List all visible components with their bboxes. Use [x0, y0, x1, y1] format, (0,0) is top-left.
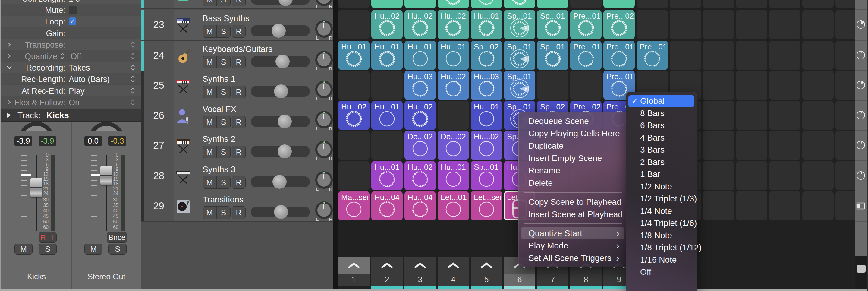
empty-cell-slot[interactable]: [438, 101, 469, 130]
volume-slider-thumb[interactable]: [276, 55, 290, 68]
pan-knob-icon[interactable]: [88, 122, 124, 131]
loop-cell[interactable]: Sp...01: [537, 10, 568, 39]
empty-cell-slot[interactable]: [835, 130, 855, 160]
scene-number-cell[interactable]: 7: [537, 273, 568, 286]
submenu-item[interactable]: 1/4 Triplet (1/6): [628, 217, 694, 229]
loop-cell[interactable]: Hu...02: [404, 161, 436, 190]
loop-cell[interactable]: Hu...03: [471, 70, 502, 100]
loop-cell[interactable]: Hu...01: [471, 10, 502, 39]
loop-cell[interactable]: [504, 0, 535, 8]
inspector-row[interactable]: Rec-Length:Auto (Bars): [1, 73, 141, 84]
empty-cell-slot[interactable]: [371, 130, 403, 160]
empty-cell-slot[interactable]: [769, 10, 801, 39]
submenu-item[interactable]: Global✓: [628, 95, 694, 107]
bounce-button[interactable]: Bnce: [107, 232, 127, 243]
track-row[interactable]: 28Synths 3MSRLR: [141, 161, 333, 192]
inspector-value[interactable]: Takes: [69, 63, 90, 73]
loop-cell[interactable]: Ma...ser: [338, 191, 370, 221]
inspector-row[interactable]: Transpose:: [1, 39, 141, 50]
scene-trigger-cell[interactable]: [371, 257, 403, 273]
submenu-item[interactable]: 1/8 Note: [628, 230, 694, 241]
inspector-row[interactable]: Gain:: [1, 27, 141, 38]
empty-cell-slot[interactable]: [703, 0, 734, 8]
record-button[interactable]: R: [232, 0, 246, 6]
record-button[interactable]: R: [232, 116, 246, 128]
gain-value[interactable]: -0.3: [108, 136, 126, 146]
solo-button[interactable]: S: [216, 116, 230, 128]
loop-cell[interactable]: Hu...04: [371, 191, 403, 221]
track-row[interactable]: 29TransitionsMSRLR: [141, 191, 333, 222]
scrollbar-corner-widget[interactable]: [857, 265, 866, 272]
volume-slider-thumb[interactable]: [274, 84, 288, 98]
submenu-item[interactable]: 1/8 Triplet (1/12): [628, 242, 694, 254]
loop-cell[interactable]: Hu...02: [438, 70, 469, 100]
empty-cell-slot[interactable]: [703, 161, 734, 190]
context-menu-item[interactable]: Copy Scene to Playhead: [521, 196, 624, 208]
solo-button[interactable]: S: [216, 207, 230, 219]
empty-cell-slot[interactable]: [736, 10, 767, 39]
loop-cell[interactable]: Pre...01: [570, 41, 601, 70]
loop-cell[interactable]: [537, 0, 568, 8]
empty-cell-slot[interactable]: [769, 130, 801, 160]
solo-button[interactable]: S: [108, 244, 127, 255]
empty-cell-slot[interactable]: [338, 70, 370, 100]
context-menu-item[interactable]: Set All Scene Triggers›: [521, 252, 624, 264]
empty-cell-slot[interactable]: [835, 191, 855, 221]
loop-cell[interactable]: [471, 0, 502, 8]
scene-trigger-cell[interactable]: [471, 257, 502, 273]
empty-cell-slot[interactable]: [703, 41, 734, 70]
loop-cell[interactable]: Pre...02: [603, 10, 635, 39]
submenu-item[interactable]: 4 Bars: [628, 132, 694, 144]
empty-cell-slot[interactable]: [802, 70, 834, 100]
solo-button[interactable]: S: [216, 25, 230, 37]
solo-button[interactable]: S: [216, 176, 230, 188]
context-menu-item[interactable]: Copy Playing Cells Here: [521, 127, 624, 140]
mute-button[interactable]: M: [203, 146, 216, 158]
empty-cell-slot[interactable]: [769, 161, 801, 190]
loop-cell[interactable]: Hu...02: [371, 10, 403, 39]
volume-slider-thumb[interactable]: [273, 175, 287, 189]
track-row[interactable]: 23Bass SynthsMSRLR: [141, 10, 333, 41]
loop-cell[interactable]: De...02: [404, 130, 436, 160]
checkbox-checked[interactable]: ✓: [69, 18, 76, 25]
track-row[interactable]: 27Synths 2MSRLR: [141, 130, 333, 162]
loop-cell[interactable]: Hu...03: [404, 70, 436, 100]
inspector-value[interactable]: On: [69, 98, 80, 107]
empty-cell-slot[interactable]: [736, 101, 767, 130]
loop-cell[interactable]: Sp...01: [504, 70, 535, 100]
submenu-item[interactable]: 1 Bar: [628, 169, 694, 180]
empty-cell-slot[interactable]: [802, 161, 834, 190]
mute-button[interactable]: M: [203, 56, 216, 68]
empty-cell-slot[interactable]: [736, 41, 767, 70]
inspector-row[interactable]: Mute:: [1, 4, 141, 16]
mute-button[interactable]: M: [203, 25, 216, 37]
solo-button[interactable]: S: [216, 0, 230, 6]
loop-cell[interactable]: Hu...02: [471, 130, 502, 160]
mute-button[interactable]: M: [203, 207, 216, 219]
scene-number-cell[interactable]: 8: [570, 273, 601, 286]
empty-cell-slot[interactable]: [637, 10, 668, 39]
empty-cell-slot[interactable]: [736, 70, 767, 100]
scene-trigger-cell[interactable]: [338, 257, 370, 273]
empty-cell-slot[interactable]: [736, 0, 767, 8]
mute-button[interactable]: M: [84, 244, 102, 255]
loop-cell[interactable]: Hu...02: [404, 10, 436, 39]
inspector-row[interactable]: Flex & Follow:On: [1, 96, 141, 108]
empty-cell-slot[interactable]: [835, 10, 855, 39]
empty-cell-slot[interactable]: [670, 10, 701, 39]
context-menu-item[interactable]: Rename: [521, 164, 624, 177]
loop-cell[interactable]: Hu...01: [338, 41, 370, 70]
mute-button[interactable]: M: [203, 86, 216, 98]
record-button[interactable]: R: [232, 176, 246, 189]
loop-cell[interactable]: Hu...01: [371, 41, 403, 70]
loop-cell[interactable]: De...02: [438, 130, 469, 160]
record-button[interactable]: R: [232, 146, 246, 158]
loop-cell[interactable]: [438, 0, 469, 8]
loop-cell[interactable]: Let...01: [438, 191, 469, 221]
context-menu-item[interactable]: Dequeue Scene: [521, 115, 624, 127]
submenu-item[interactable]: 2 Bars: [628, 156, 694, 168]
submenu-item[interactable]: 3 Bars: [628, 144, 694, 156]
loop-cell[interactable]: Let...ser: [471, 191, 502, 221]
record-button[interactable]: R: [232, 86, 246, 98]
empty-cell-slot[interactable]: [338, 161, 370, 190]
